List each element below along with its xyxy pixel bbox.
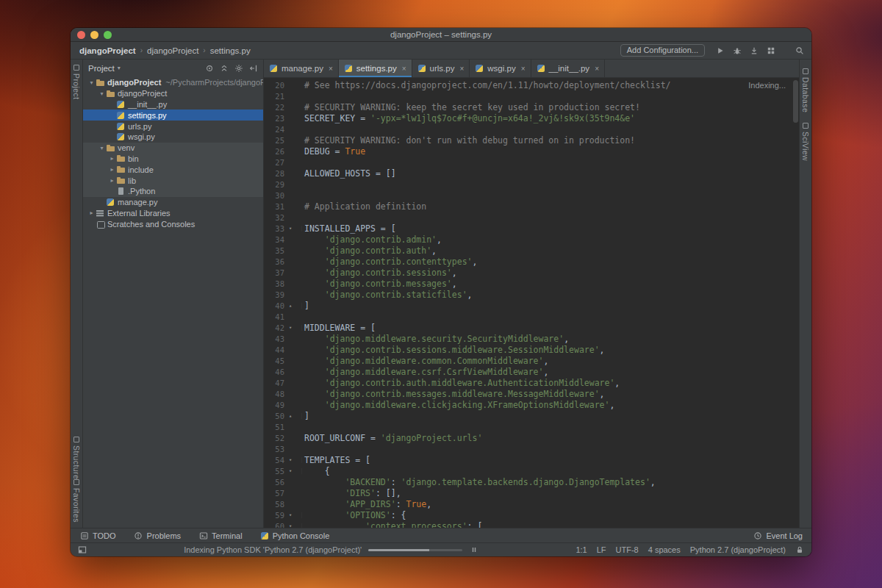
zoom-window-button[interactable]: [104, 31, 112, 39]
tree-item-venv[interactable]: ▾venv: [83, 143, 263, 154]
code-line[interactable]: 41: [264, 311, 799, 322]
code-line[interactable]: 45 'django.middleware.common.CommonMiddl…: [264, 355, 799, 366]
titlebar[interactable]: djangoProject – settings.py: [71, 28, 811, 42]
tree-chevron-icon[interactable]: ▸: [108, 166, 116, 173]
line-number[interactable]: 23: [264, 114, 284, 123]
code-line[interactable]: 35 'django.contrib.auth',: [264, 245, 799, 256]
tree-chevron-icon[interactable]: ▾: [98, 90, 106, 97]
line-number[interactable]: 53: [264, 445, 284, 453]
tree-item-include[interactable]: ▸include: [83, 164, 263, 175]
collapse-all-icon[interactable]: [219, 63, 229, 73]
code-line[interactable]: 29: [264, 179, 799, 190]
run-icon[interactable]: [715, 46, 725, 55]
toolwindow-button-python-console[interactable]: Python Console: [260, 531, 330, 540]
tree-item-djangoproject[interactable]: ▾djangoProject: [83, 88, 263, 99]
breadcrumb-item-djangoproject[interactable]: djangoProject: [147, 46, 198, 55]
toolwindow-button-todo[interactable]: TODO: [79, 531, 116, 540]
line-number[interactable]: 51: [264, 423, 284, 431]
code-line[interactable]: 53: [264, 443, 799, 454]
code-line[interactable]: 32: [264, 212, 799, 223]
code-line[interactable]: 31# Application definition: [264, 201, 799, 212]
code-line[interactable]: 49 'django.middleware.clickjacking.XFram…: [264, 399, 799, 410]
code-line[interactable]: 42▾MIDDLEWARE = [: [264, 322, 799, 333]
code-line[interactable]: 43 'django.middleware.security.SecurityM…: [264, 333, 799, 344]
minimize-window-button[interactable]: [90, 31, 98, 39]
tree-item-settings-py[interactable]: settings.py: [83, 110, 263, 121]
debug-icon[interactable]: [732, 46, 742, 55]
fold-marker-icon[interactable]: ▾: [284, 457, 302, 463]
close-window-button[interactable]: [77, 31, 85, 39]
fold-marker-icon[interactable]: ▾: [284, 468, 302, 474]
fold-marker-icon[interactable]: ▴: [284, 303, 302, 309]
code-line[interactable]: 26DEBUG = True: [264, 146, 799, 157]
tree-chevron-icon[interactable]: ▾: [98, 145, 106, 151]
tab-close-icon[interactable]: ×: [521, 65, 526, 73]
line-number[interactable]: 31: [264, 202, 284, 211]
line-number[interactable]: 24: [264, 125, 284, 134]
fold-marker-icon[interactable]: ▾: [284, 325, 302, 331]
gear-icon[interactable]: [234, 63, 243, 73]
tool-stripe-project[interactable]: Project: [71, 65, 82, 99]
caret-position[interactable]: 1:1: [576, 545, 587, 554]
line-number[interactable]: 22: [264, 103, 284, 112]
code-line[interactable]: 52ROOT_URLCONF = 'djangoProject.urls': [264, 432, 799, 443]
code-line[interactable]: 33▾INSTALLED_APPS = [: [264, 223, 799, 234]
line-number[interactable]: 43: [264, 334, 284, 343]
line-number[interactable]: 57: [264, 489, 284, 498]
code-line[interactable]: 37 'django.contrib.sessions',: [264, 267, 799, 278]
tree-chevron-icon[interactable]: ▾: [87, 79, 96, 86]
code-line[interactable]: 48 'django.contrib.messages.middleware.M…: [264, 388, 799, 399]
pause-icon[interactable]: [469, 545, 478, 555]
tree-chevron-icon[interactable]: ▸: [108, 155, 116, 162]
breadcrumb-item-settings-py[interactable]: settings.py: [210, 46, 251, 55]
fold-marker-icon[interactable]: ▾: [284, 512, 302, 518]
tab-manage-py[interactable]: manage.py×: [264, 60, 339, 77]
fold-marker-icon[interactable]: ▴: [284, 413, 302, 419]
code-line[interactable]: 55▾ {: [264, 465, 799, 476]
python-interpreter[interactable]: Python 2.7 (djangoProject): [690, 545, 786, 554]
tree-item-python[interactable]: .Python: [83, 186, 263, 197]
tool-stripe-structure[interactable]: Structure: [71, 437, 82, 479]
code-line[interactable]: 44 'django.contrib.sessions.middleware.S…: [264, 344, 799, 355]
line-number[interactable]: 56: [264, 478, 284, 487]
chevron-down-icon[interactable]: ▾: [118, 65, 121, 71]
line-number[interactable]: 33: [264, 224, 284, 233]
file-encoding[interactable]: UTF-8: [616, 545, 639, 554]
indent-style[interactable]: 4 spaces: [648, 545, 681, 554]
code-line[interactable]: 54▾TEMPLATES = [: [264, 454, 799, 465]
code-line[interactable]: 58 'APP_DIRS': True,: [264, 498, 799, 509]
editor-scrollbar[interactable]: [793, 80, 798, 123]
line-separator[interactable]: LF: [597, 545, 606, 554]
tab-close-icon[interactable]: ×: [459, 65, 464, 73]
line-number[interactable]: 60: [264, 522, 284, 528]
code-line[interactable]: 27: [264, 157, 799, 168]
line-number[interactable]: 30: [264, 191, 284, 200]
line-number[interactable]: 41: [264, 312, 284, 321]
code-line[interactable]: 56 'BACKEND': 'django.template.backends.…: [264, 476, 799, 487]
add-configuration-button[interactable]: Add Configuration...: [620, 44, 705, 57]
tree-chevron-icon[interactable]: ▸: [87, 209, 96, 216]
code-line[interactable]: 40▴]: [264, 300, 799, 311]
line-number[interactable]: 39: [264, 290, 284, 299]
code-line[interactable]: 25# SECURITY WARNING: don't run with deb…: [264, 135, 799, 146]
tree-item-scratches-and-consoles[interactable]: Scratches and Consoles: [83, 218, 263, 229]
coverage-icon[interactable]: [749, 46, 759, 55]
tool-stripe-sciview[interactable]: SciView: [800, 123, 811, 161]
line-number[interactable]: 32: [264, 213, 284, 222]
toolwindow-button-problems[interactable]: Problems: [134, 531, 181, 540]
line-number[interactable]: 54: [264, 456, 284, 465]
code-line[interactable]: 59▾ 'OPTIONS': {: [264, 509, 799, 520]
toolwindow-button-event-log[interactable]: Event Log: [753, 531, 803, 540]
line-number[interactable]: 26: [264, 147, 284, 156]
line-number[interactable]: 40: [264, 301, 284, 310]
tab-close-icon[interactable]: ×: [402, 65, 406, 73]
line-number[interactable]: 50: [264, 412, 284, 420]
code-line[interactable]: 22# SECURITY WARNING: keep the secret ke…: [264, 101, 799, 112]
line-number[interactable]: 25: [264, 136, 284, 145]
hide-icon[interactable]: [248, 63, 258, 73]
line-number[interactable]: 44: [264, 345, 284, 354]
tree-item-djangoproject[interactable]: ▾djangoProject~/PycharmProjects/djangoPr…: [83, 77, 263, 88]
tab-settings-py[interactable]: settings.py×: [339, 60, 412, 77]
line-number[interactable]: 55: [264, 467, 284, 476]
tree-item-init-py[interactable]: __init__.py: [83, 99, 263, 110]
